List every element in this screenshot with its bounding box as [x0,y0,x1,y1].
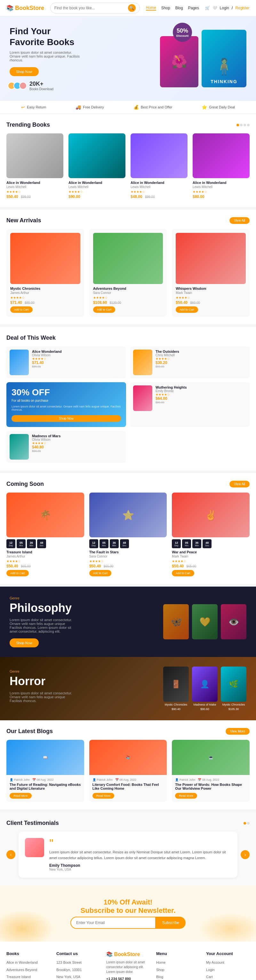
add-to-cart-button[interactable]: Add to Cart [172,570,194,576]
search-input[interactable] [54,6,128,10]
footer-link[interactable]: Blog [156,974,200,980]
community-label: Books Download [29,88,53,91]
dot-1 [237,124,239,126]
coming-soon-header: Coming Soon View All [6,481,250,487]
list-item: Alice in Wonderland Lewis Mitchell ★★★★☆… [192,134,250,199]
hours-box: 05 Hrs [100,539,108,548]
book-author: Lewis Mitchell [6,185,64,189]
philosophy-books: 🦋 💛 👁️ [163,604,246,640]
nav-pages[interactable]: Pages [188,6,199,10]
deal-stars: ★★★★☆ [156,357,246,361]
add-to-cart-button[interactable]: Add to Cart [6,570,29,576]
price-row: $50.40 $65.00 [6,563,84,569]
blogs-section: Our Latest Blogs View More 📖 👤 Patrick J… [0,720,256,810]
footer-link[interactable]: Adventures Beyond [6,967,50,973]
promo-shop-button[interactable]: Shop Now [11,415,121,422]
add-to-cart-button[interactable]: Add to Cart [10,306,33,313]
trending-section: Trending Books Alice in Wonderland Lewis… [0,114,256,207]
deal-stars: ★★★★☆ [156,393,246,396]
days-box: 12 Day [172,539,181,548]
book-price: $71.40 [10,300,22,305]
days-box: 12 Day [6,539,15,548]
add-to-cart-button[interactable]: Add to Cart [93,306,116,313]
blog-image-2: 📚 [89,740,167,775]
newsletter-submit-button[interactable]: Subscribe [156,917,186,929]
newsletter-email-input[interactable] [70,917,156,929]
price-row: $50.40 $65.00 [172,563,250,569]
newsletter-headline-1: 10% Off Await! [104,898,153,906]
deal-info: Madness of Mars Olivia Wilson ★★★★☆ $40.… [32,434,123,453]
nav-blog[interactable]: Blog [175,6,183,10]
trending-dots [237,124,250,126]
price-row: $50.40 $65.00 [89,563,167,569]
read-more-button[interactable]: Read More [175,793,197,799]
footer-link[interactable]: Login [206,967,250,973]
testimonial-text: Lorem ipsum dolor sit amet consectetur. … [49,850,231,861]
arrivals-view-all-button[interactable]: View All [229,217,250,224]
testimonial-prev-button[interactable]: ‹ [6,850,15,859]
hero-book-2: 🧍 THINKING [202,30,246,88]
avatar [25,838,44,857]
footer-phone-big: +1 234 567 890 [106,977,150,980]
blogs-view-more-button[interactable]: View More [226,728,250,735]
testimonials-section: Client Testimonials ‹ " Lorem ipsum dolo… [0,812,256,885]
blog-date: 📅 08 Aug, 2022 [115,778,137,781]
book-stars: ★★★★☆ [93,296,163,299]
deal-old-price: $80.00 [156,401,246,404]
hero-description: Lorem ipsum dolor sit amet consectetur. … [10,51,80,62]
blog-author: 👤 Patrick John [175,778,195,781]
read-more-button[interactable]: Read More [10,793,32,799]
testimonial-content: " Lorem ipsum dolor sit amet consectetur… [49,838,231,871]
book-stars: ★★★★☆ [192,190,250,194]
list-item: 💻 👤 Patrick John 📅 08 Aug, 2022 The Powe… [172,740,250,802]
arrivals-header: New Arrivals View All [6,217,250,224]
search-button[interactable]: 🔍 [128,4,136,12]
book-stars: ★★★★☆ [89,559,167,563]
add-to-cart-button[interactable]: Add to Cart [176,306,198,313]
mins-box: 36 Min [27,539,36,548]
horror-genre-label: Genre [10,670,163,673]
countdown-timer: 12 Day 05 Hrs 36 Min 48 Sec [89,539,167,548]
deal-grid: Alice Wonderland Olivia Wilson ★★★★☆ $71… [6,347,250,463]
deal-header: Deal of This Week [6,334,250,341]
footer-link[interactable]: Cart [206,974,250,980]
footer-link[interactable]: Alice in Wonderland [6,960,50,965]
deal-price: $64.00 [156,396,246,401]
days-box: 12 Day [89,539,98,548]
philosophy-description: Lorem ipsum dolor sit amet consectetur. … [10,618,73,633]
coming-soon-view-all-button[interactable]: View All [229,481,250,487]
login-link[interactable]: Login [220,6,229,10]
book-old-price: $120.00 [110,301,121,304]
philosophy-title: Philosophy [10,601,163,615]
dot-2 [247,822,250,824]
book-stars: ★★★★☆ [6,559,84,563]
testimonial-next-button[interactable]: › [241,850,250,859]
nav-shop[interactable]: Shop [161,6,170,10]
nav-home[interactable]: Home [146,5,156,11]
site-logo[interactable]: 📚 BookStore [6,5,44,11]
book-title: Treasure Island [6,550,84,554]
footer-link[interactable]: Home [156,960,200,965]
philosophy-shop-button[interactable]: Shop Now [10,638,39,648]
footer-logo-text: BookStore [114,951,140,957]
read-more-button[interactable]: Read More [92,793,114,799]
hero-book-title: THINKING [211,79,237,84]
register-link[interactable]: Register [235,6,250,10]
footer-link[interactable]: Treasure Island [6,974,50,980]
add-to-cart-button[interactable]: Add to Cart [89,570,112,576]
footer-link[interactable]: My Account [206,960,250,965]
delivery-icon: 🚚 [76,105,81,110]
horror-books: 🚪 Mystic Chronicles $90.40 👤 Madness of … [163,667,246,711]
wishlist-icon[interactable]: 🤍 [213,6,217,10]
cart-icon[interactable]: 🛒 [205,6,210,10]
coming-soon-grid: 🌴 12 Day 05 Hrs 36 Min 48 Sec [6,493,250,576]
book-price: $50.40 [172,564,184,568]
testimonials-header: Client Testimonials [6,820,250,826]
book-stars: ★★★★☆ [176,296,246,299]
book-price: $50.40 [6,194,18,199]
hero-cta-button[interactable]: Shop Now [10,67,39,76]
hero-text: Find Your Favorite Books Lorem ipsum dol… [10,26,80,91]
footer-link[interactable]: Shop [156,967,200,973]
blog-date: 📅 08 Aug, 2022 [32,778,54,781]
arrival-cover [93,233,163,284]
